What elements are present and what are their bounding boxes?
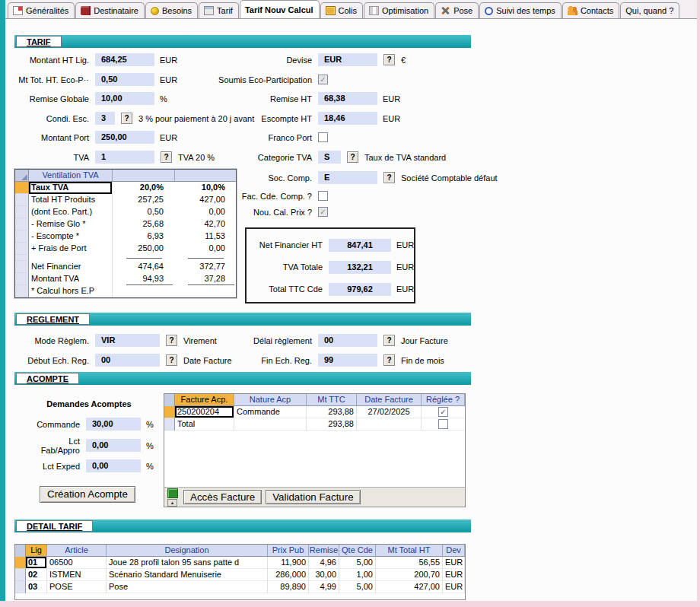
lig-cell[interactable]: 02 (26, 569, 47, 581)
help-button[interactable]: ? (166, 335, 177, 346)
table-corner-cell[interactable] (164, 394, 175, 406)
row-marker[interactable] (15, 206, 29, 218)
dev-cell[interactable]: EUR (443, 569, 465, 581)
designation-cell[interactable]: Joue 28 profil talon 95 sans patte d (107, 557, 268, 569)
header-mt-ttc[interactable]: Mt TTC (307, 394, 357, 406)
total-ttc-cde-input[interactable]: 979,62 (329, 283, 391, 296)
header-prix-pub[interactable]: Prix Pub (268, 545, 309, 557)
value-cell[interactable]: 250,00 (113, 243, 174, 255)
mt-tot-ht-ecop-input[interactable]: 0,50 (95, 73, 154, 86)
value-cell[interactable]: 25,68 (113, 218, 174, 230)
row-marker[interactable] (15, 285, 29, 297)
nature-cell[interactable] (234, 418, 307, 431)
value-cell[interactable]: 37,28 (174, 273, 236, 285)
remise-ht-input[interactable]: 68,38 (318, 92, 377, 105)
value-cell[interactable]: 42,70 (174, 218, 236, 230)
reglee-checkbox[interactable] (438, 419, 448, 429)
header-article[interactable]: Article (47, 545, 107, 557)
montant-ht-lig-input[interactable]: 684,25 (95, 53, 154, 66)
tab-tarif[interactable]: Tarif (199, 2, 239, 18)
label-cell[interactable]: (dont Eco. Part.) (29, 206, 113, 218)
date-cell[interactable] (357, 418, 422, 431)
help-button[interactable]: ? (347, 151, 358, 163)
lig-cell[interactable]: 01 (26, 557, 47, 569)
franco-port-checkbox[interactable] (318, 132, 328, 142)
help-button[interactable]: ? (161, 151, 172, 163)
header-qte-cde[interactable]: Qte Cde (339, 545, 376, 557)
condi-esc-input[interactable]: 3 (95, 112, 115, 125)
header-lig[interactable]: Lig (26, 545, 47, 557)
mt-total-ht-cell[interactable]: 427,00 (376, 581, 443, 593)
value-cell[interactable]: 0,50 (113, 206, 174, 218)
qte-cde-cell[interactable]: 5,00 (339, 581, 376, 593)
excel-export-button[interactable] (167, 488, 178, 498)
table-corner-cell[interactable] (15, 545, 26, 557)
commande-input[interactable]: 30,00 (86, 418, 141, 431)
dev-cell[interactable]: EUR (443, 581, 465, 593)
row-marker[interactable] (164, 406, 175, 418)
remise-globale-input[interactable]: 10,00 (95, 92, 154, 105)
prix-pub-cell[interactable]: 89,890 (268, 581, 309, 593)
label-cell[interactable]: Montant TVA (29, 273, 113, 285)
mt-total-ht-cell[interactable]: 56,55 (376, 557, 443, 569)
label-cell[interactable]: - Remise Glo * (29, 218, 113, 230)
header-dev[interactable]: Dev (443, 545, 465, 557)
value-cell[interactable]: 257,25 (113, 194, 174, 206)
montant-port-input[interactable]: 250,00 (95, 131, 154, 144)
nature-cell[interactable]: Commande (234, 406, 307, 418)
label-cell[interactable]: Total HT Produits (29, 194, 113, 206)
value-cell[interactable]: 427,00 (174, 194, 236, 206)
row-marker[interactable] (15, 182, 29, 194)
row-marker[interactable] (15, 194, 29, 206)
header-date-facture[interactable]: Date Facture (357, 394, 422, 406)
tab-pose[interactable]: Pose (435, 2, 479, 18)
mt-ttc-cell[interactable]: 293,88 (307, 418, 357, 431)
tva-input[interactable]: 1 (95, 151, 154, 164)
reglee-checkbox[interactable]: ✓ (438, 407, 448, 417)
fac-cde-comp-checkbox[interactable] (318, 191, 328, 201)
header-mt-total-ht[interactable]: Mt Total HT (376, 545, 443, 557)
row-marker[interactable] (15, 230, 29, 243)
escompte-ht-input[interactable]: 18,46 (318, 112, 377, 125)
help-button[interactable]: ? (121, 113, 132, 124)
validation-facture-button[interactable]: Validation Facture (266, 490, 360, 504)
help-button[interactable]: ? (383, 354, 395, 366)
row-marker[interactable] (15, 557, 26, 569)
designation-cell[interactable]: Scénario Standard Menuiserie (107, 569, 268, 581)
label-cell[interactable]: - Escompte * (29, 230, 113, 243)
article-cell[interactable]: ISTMEN (47, 569, 107, 581)
article-cell[interactable]: 06500 (47, 557, 107, 569)
tab-colis[interactable]: Colis (320, 2, 363, 18)
value-cell[interactable]: 20,0% (113, 182, 174, 194)
tab-generalites[interactable]: Généralités (8, 2, 75, 18)
mt-total-ht-cell[interactable]: 200,70 (376, 569, 443, 581)
row-marker[interactable] (15, 261, 29, 273)
facture-cell[interactable]: 250200204 (175, 406, 234, 418)
facture-cell[interactable]: Total (175, 418, 234, 431)
header-cell[interactable] (175, 170, 237, 181)
tab-qui-quand[interactable]: Qui, quand ? (620, 2, 679, 18)
remise-cell[interactable]: 4,96 (309, 557, 339, 569)
remise-cell[interactable]: 30,00 (309, 569, 339, 581)
header-reglee[interactable]: Réglée ? (422, 394, 465, 406)
taux-tva-cell[interactable]: Taux TVA (29, 182, 113, 194)
ventilation-title[interactable]: Ventilation TVA (29, 170, 113, 181)
devise-input[interactable]: EUR (318, 53, 377, 66)
remise-cell[interactable]: 4,99 (309, 581, 339, 593)
debut-ech-reg-input[interactable]: 00 (95, 354, 160, 367)
soumis-eco-checkbox[interactable]: ✓ (318, 75, 328, 84)
header-designation[interactable]: Designation (107, 545, 268, 557)
article-cell[interactable]: POSE (47, 581, 107, 593)
creation-acompte-button[interactable]: Création Acompte (40, 486, 135, 503)
tab-suivi-des-temps[interactable]: Suivi des temps (479, 2, 562, 18)
header-facture-acp[interactable]: Facture Acp. (175, 394, 234, 406)
lig-cell[interactable]: 03 (26, 581, 47, 593)
row-marker[interactable] (15, 218, 29, 230)
value-cell[interactable]: 0,00 (174, 243, 236, 255)
value-cell[interactable]: 6,93 (113, 230, 174, 243)
row-marker[interactable] (15, 273, 29, 285)
value-cell[interactable]: 94,93 (113, 273, 174, 285)
qte-cde-cell[interactable]: 5,00 (339, 557, 376, 569)
help-button[interactable]: ? (383, 172, 395, 183)
table-corner-cell[interactable] (15, 170, 29, 181)
